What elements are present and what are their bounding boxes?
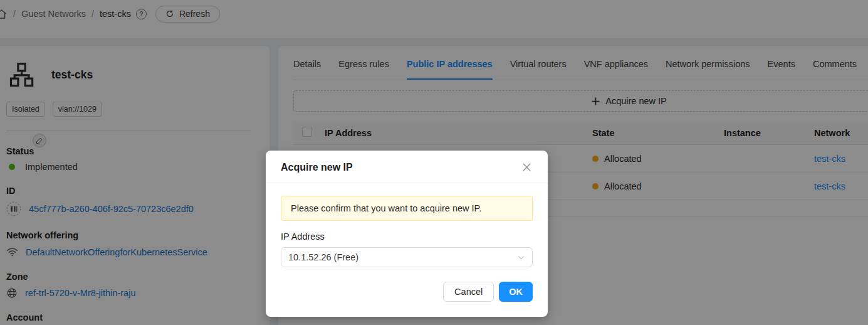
chevron-down-icon: [517, 253, 525, 262]
close-icon[interactable]: [521, 161, 533, 173]
modal-title: Acquire new IP: [281, 162, 353, 173]
ip-address-field-label: IP Address: [281, 232, 533, 242]
cancel-button[interactable]: Cancel: [443, 282, 494, 302]
select-value: 10.1.52.26 (Free): [288, 252, 517, 262]
confirm-alert: Please confirm that you want to acquire …: [281, 196, 533, 221]
acquire-new-ip-modal: Acquire new IP Please confirm that you w…: [266, 151, 548, 317]
ok-button[interactable]: OK: [499, 282, 533, 302]
ip-address-select[interactable]: 10.1.52.26 (Free): [281, 247, 533, 267]
